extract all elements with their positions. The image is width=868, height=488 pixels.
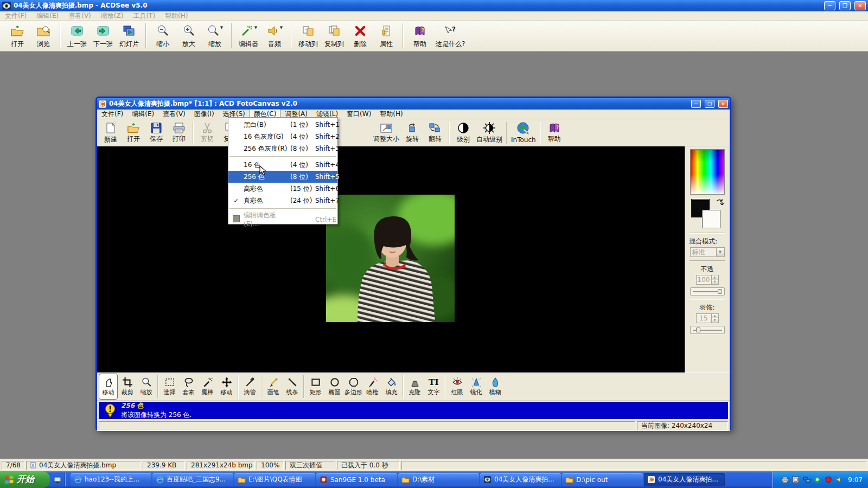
editor-auto-levels-button[interactable]: 自动级别 <box>475 120 504 145</box>
feather-slider[interactable] <box>690 326 725 334</box>
menu-item-256-color[interactable]: 256 色(8 位)Shift+5 <box>228 171 337 183</box>
editor-save-button[interactable]: 保存 <box>145 120 168 145</box>
toolbar-previous-button[interactable]: 上一张 <box>64 22 90 50</box>
tool-clone[interactable]: 克隆 <box>405 374 424 400</box>
tool-fill[interactable]: 填充 <box>382 374 401 400</box>
swap-colors-icon[interactable] <box>715 198 725 207</box>
tray-clock[interactable]: 9:07 <box>848 476 863 484</box>
tool-ellipse[interactable]: 椭圆 <box>325 374 344 400</box>
editor-help-button[interactable]: ? 帮助 <box>543 120 566 145</box>
input-method-icon[interactable] <box>792 476 800 484</box>
toolbar-delete-button[interactable]: 删除 <box>347 22 373 50</box>
editor-maximize-button[interactable]: ❐ <box>705 100 714 108</box>
slider-thumb[interactable] <box>696 328 700 332</box>
menu-help[interactable]: 帮助(H) <box>160 11 193 21</box>
editor-menu-window[interactable]: 窗口(W) <box>342 109 375 119</box>
tool-crop[interactable]: 裁剪 <box>118 374 137 400</box>
editor-rotate-button[interactable]: 旋转 <box>401 120 424 145</box>
image-canvas[interactable] <box>97 146 685 373</box>
printer-icon[interactable] <box>781 476 789 484</box>
editor-minimize-button[interactable]: ─ <box>691 100 701 108</box>
opacity-slider[interactable] <box>690 287 725 296</box>
volume-icon[interactable] <box>835 476 843 484</box>
editor-print-button[interactable]: 打印 <box>168 120 190 145</box>
task-baidu-tieba[interactable]: 百度贴吧_三国志9... <box>152 473 233 486</box>
tool-line[interactable]: 线条 <box>283 374 302 400</box>
menu-item-16-color[interactable]: 16 色(4 位)Shift+4 <box>228 159 337 171</box>
tool-zoom[interactable]: 缩放 <box>137 374 156 400</box>
editor-intouch-button[interactable]: InTouch <box>509 120 538 145</box>
menu-tools[interactable]: 工具(T) <box>128 11 160 21</box>
tool-brush[interactable]: 画笔 <box>264 374 283 400</box>
toolbar-slideshow-button[interactable]: 幻灯片 <box>116 22 142 50</box>
toolbar-help-button[interactable]: ? 帮助 <box>407 22 433 50</box>
tool-blur[interactable]: 模糊 <box>486 374 505 400</box>
messenger-icon[interactable] <box>813 476 821 484</box>
toolbar-next-button[interactable]: 下一张 <box>90 22 116 50</box>
tool-eyedropper[interactable]: 滴管 <box>240 374 259 400</box>
tool-pan[interactable]: 移动 <box>99 374 118 400</box>
menu-item-true-color[interactable]: ✓真彩色(24 位)Shift+7 <box>228 195 337 207</box>
tool-rectangle[interactable]: 矩形 <box>306 374 325 400</box>
task-san9ge[interactable]: San9GE 1.0 beta <box>316 473 397 486</box>
dropdown-caret-icon[interactable]: ▼ <box>220 25 223 30</box>
tool-lasso[interactable]: 套索 <box>179 374 198 400</box>
tool-select[interactable]: 选择 <box>160 374 179 400</box>
task-fotocanvas[interactable]: 04美女人像清爽拍... <box>644 473 725 486</box>
tool-move[interactable]: 移动 <box>217 374 236 400</box>
tool-red-eye[interactable]: 红眼 <box>448 374 467 400</box>
slider-thumb[interactable] <box>718 289 722 294</box>
toolbar-zoom-in-button[interactable]: 放大 <box>176 22 202 50</box>
security-icon[interactable] <box>824 476 832 484</box>
toolbar-properties-button[interactable]: 属性 <box>373 22 399 50</box>
tool-airbrush[interactable]: 喷枪 <box>363 374 382 400</box>
color-gradient-picker[interactable] <box>690 149 725 195</box>
toolbar-zoom-button[interactable]: ▼ 缩放 <box>202 22 228 50</box>
editor-new-button[interactable]: 新建 <box>99 120 122 145</box>
editor-cut-button[interactable]: 剪切 <box>196 120 219 145</box>
editor-title-bar[interactable]: 04美女人像清爽拍摄.bmp* [1:1] : ACD FotoCanvas v… <box>97 98 730 110</box>
toolbar-move-to-button[interactable]: 移动到 <box>295 22 321 50</box>
task-acdsee[interactable]: 04美女人像清爽拍... <box>480 473 561 486</box>
toolbar-editor-button[interactable]: ▼ 编辑器 <box>235 22 261 50</box>
toolbar-open-button[interactable]: 打开 <box>4 22 30 50</box>
toolbar-zoom-out-button[interactable]: 缩小 <box>150 22 176 50</box>
restore-button[interactable]: ❐ <box>839 1 851 10</box>
editor-open-button[interactable]: 打开 <box>122 120 145 145</box>
toolbar-browse-button[interactable]: 浏览 <box>30 22 56 50</box>
editor-menu-file[interactable]: 文件(F) <box>97 109 127 119</box>
task-sucai-folder[interactable]: D:\素材 <box>398 473 479 486</box>
network-icon[interactable] <box>802 476 810 484</box>
menu-item-256-gray[interactable]: 256 色灰度(R)(8 位)Shift+3 <box>228 143 337 155</box>
tool-sharpen[interactable]: 锐化 <box>467 374 486 400</box>
menu-file[interactable]: 文件(F) <box>0 11 31 21</box>
editor-flip-button[interactable]: 翻转 <box>424 120 446 145</box>
menu-item-high-color[interactable]: 高彩色(15 位)Shift+6 <box>228 183 337 195</box>
editor-menu-image[interactable]: 图像(I) <box>190 109 219 119</box>
editor-menu-help[interactable]: 帮助(H) <box>375 109 407 119</box>
start-button[interactable]: 开始 <box>0 471 50 488</box>
tool-text[interactable]: TI 文字 <box>424 374 443 400</box>
menu-zoom[interactable]: 缩放(Z) <box>96 11 129 21</box>
spinner-arrows-icon[interactable]: ▲▼ <box>711 275 718 284</box>
menu-item-16-gray[interactable]: 16 色灰度(G)(4 位)Shift+2 <box>228 131 337 143</box>
task-hao123[interactable]: hao123--我的上... <box>71 473 151 486</box>
toolbar-audio-button[interactable]: ▼ 音频 <box>261 22 288 50</box>
menu-item-black-white[interactable]: 黑白(B)(1 位)Shift+1 <box>228 119 337 131</box>
spinner-arrows-icon[interactable]: ▲▼ <box>711 314 718 323</box>
blend-mode-select[interactable]: 标准 ▼ <box>690 247 725 257</box>
editor-resize-button[interactable]: 调整大小 <box>372 120 401 145</box>
dropdown-caret-icon[interactable]: ▼ <box>254 25 257 30</box>
show-desktop-icon[interactable] <box>53 476 61 484</box>
task-qq-folder[interactable]: E:\图片\QQ表情图 <box>234 473 315 486</box>
task-picout-folder[interactable]: D:\pic out <box>562 473 643 486</box>
dropdown-caret-icon[interactable]: ▼ <box>280 25 283 30</box>
close-button[interactable]: ✕ <box>854 1 866 10</box>
feather-spinner[interactable]: 15 ▲▼ <box>696 313 719 323</box>
opacity-spinner[interactable]: 100 ▲▼ <box>696 275 719 285</box>
menu-view[interactable]: 查看(V) <box>63 11 96 21</box>
toolbar-copy-to-button[interactable]: 复制到 <box>321 22 347 50</box>
minimize-button[interactable]: ─ <box>824 1 835 10</box>
background-color-swatch[interactable] <box>702 210 720 228</box>
toolbar-whats-this-button[interactable]: ? 这是什么? <box>433 22 468 50</box>
